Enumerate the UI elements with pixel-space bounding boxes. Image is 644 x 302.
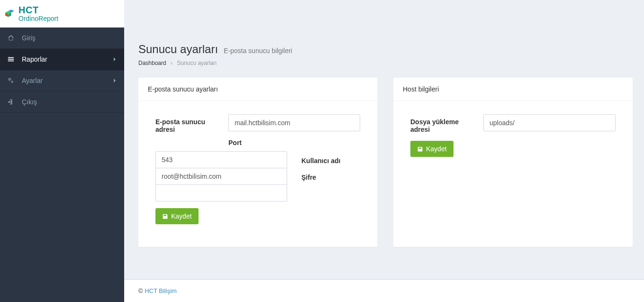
label-password: Şifre <box>301 169 360 186</box>
breadcrumb-current: Sunucu ayarları <box>177 60 217 66</box>
input-port[interactable] <box>155 151 287 168</box>
page-subtitle: E-posta sunucu bilgileri <box>224 47 292 55</box>
save-icon <box>417 146 423 152</box>
sidebar-item-label: Raporlar <box>22 55 113 63</box>
sidebar-item-label: Ayarlar <box>22 77 113 84</box>
input-username[interactable] <box>155 168 287 185</box>
save-icon <box>162 213 168 220</box>
label-upload-path: Dosya yükleme adresi <box>410 114 483 133</box>
gears-icon <box>8 77 17 84</box>
svg-rect-5 <box>8 59 14 60</box>
save-host-button[interactable]: Kaydet <box>410 141 454 157</box>
brand-subtitle: OrdinoReport <box>18 15 58 22</box>
sidebar-item-settings[interactable]: Ayarlar <box>0 70 124 92</box>
sidebar-item-reports[interactable]: Raporlar <box>0 49 124 70</box>
signout-icon <box>8 99 17 105</box>
chevron-right-icon <box>113 78 117 83</box>
panel-email-title: E-posta sunucu ayarları <box>138 78 377 101</box>
footer: © HCT Bilişim <box>124 279 644 302</box>
home-icon <box>8 35 17 41</box>
panel-email-settings: E-posta sunucu ayarları E-posta sunucu a… <box>138 78 377 247</box>
svg-rect-4 <box>8 57 14 58</box>
svg-point-8 <box>11 81 13 82</box>
sidebar-item-label: Çıkış <box>22 98 117 106</box>
brand-title: HCT <box>18 5 58 15</box>
label-email-address: E-posta sunucu adresi <box>155 114 228 133</box>
sidebar-item-logout[interactable]: Çıkış <box>0 92 124 113</box>
sidebar-item-login[interactable]: Giriş <box>0 27 124 49</box>
panel-host-title: Host bilgileri <box>393 78 633 101</box>
top-header: HCT OrdinoReport <box>0 0 644 27</box>
page-title: Sunucu ayarları <box>138 43 218 55</box>
save-email-button[interactable]: Kaydet <box>155 208 199 224</box>
save-button-label: Kaydet <box>426 145 447 153</box>
sidebar-item-label: Giriş <box>22 34 117 42</box>
sidebar: Giriş Raporlar Ayarlar Çıkış <box>0 0 124 302</box>
breadcrumb-root[interactable]: Dashboard <box>138 60 166 66</box>
brand-logo-icon <box>4 8 16 20</box>
footer-copyright: © <box>138 287 143 294</box>
svg-rect-6 <box>8 61 14 62</box>
page-header: Sunucu ayarları E-posta sunucu bilgileri <box>138 43 633 56</box>
brand-logo-area[interactable]: HCT OrdinoReport <box>0 0 124 27</box>
list-icon <box>8 56 17 63</box>
label-username: Kullanıcı adı <box>301 152 360 169</box>
footer-link[interactable]: HCT Bilişim <box>145 287 177 294</box>
chevron-right-icon: › <box>171 60 172 66</box>
breadcrumb: Dashboard › Sunucu ayarları <box>138 60 633 66</box>
svg-point-7 <box>9 79 11 81</box>
panel-host-info: Host bilgileri Dosya yükleme adresi <box>393 78 633 247</box>
input-upload-path[interactable] <box>483 114 616 131</box>
chevron-right-icon <box>113 57 117 62</box>
main-content: Sunucu ayarları E-posta sunucu bilgileri… <box>124 0 644 302</box>
save-button-label: Kaydet <box>171 212 192 220</box>
label-port: Port <box>155 139 360 146</box>
top-bar <box>124 0 644 27</box>
input-password[interactable] <box>155 184 287 201</box>
input-email-address[interactable] <box>228 114 360 131</box>
